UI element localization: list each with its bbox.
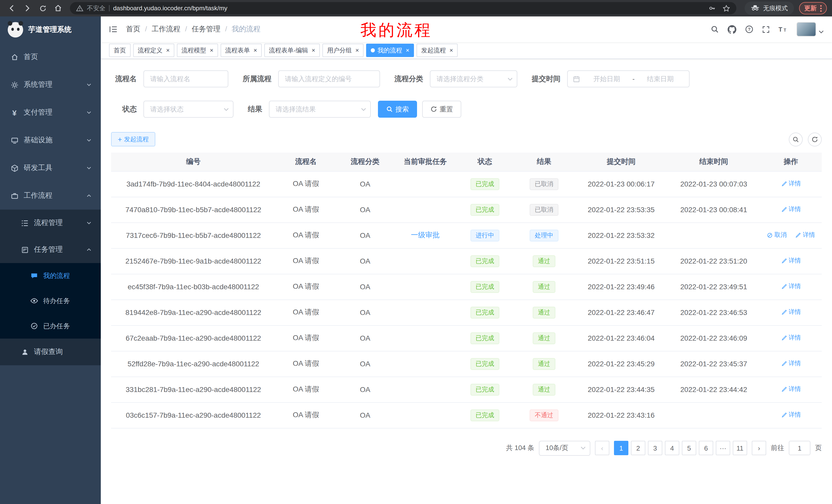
detail-action[interactable]: 详情 [795, 231, 815, 240]
page-button[interactable]: 2 [631, 441, 645, 455]
create-process-button[interactable]: + 发起流程 [111, 132, 155, 146]
breadcrumb-workflow[interactable]: 工作流程 [152, 25, 192, 34]
tab-label: 我的流程 [378, 46, 402, 55]
category-select[interactable] [430, 71, 517, 87]
status-select[interactable] [144, 101, 233, 118]
refresh-button[interactable] [808, 132, 822, 146]
view-tab[interactable]: 流程表单 × [220, 44, 262, 57]
detail-action[interactable]: 详情 [781, 257, 801, 265]
process-name-input[interactable] [144, 71, 228, 87]
fullscreen-icon[interactable] [762, 25, 770, 33]
sidebar-item-process-mgmt[interactable]: 流程管理 [0, 209, 101, 236]
result-select[interactable] [269, 101, 371, 118]
detail-action[interactable]: 详情 [781, 179, 801, 188]
browser-back-icon[interactable] [5, 2, 19, 15]
close-tab-icon[interactable]: × [312, 47, 315, 53]
close-tab-icon[interactable]: × [355, 47, 359, 53]
close-tab-icon[interactable]: × [254, 47, 257, 53]
browser-menu-icon[interactable] [820, 5, 822, 11]
reset-button[interactable]: 重置 [422, 101, 461, 118]
view-tab[interactable]: 发起流程 × [417, 44, 458, 57]
close-tab-icon[interactable]: × [449, 47, 453, 53]
page-button[interactable]: 6 [699, 441, 713, 455]
star-icon[interactable] [723, 4, 730, 12]
range-separator: - [632, 75, 635, 83]
detail-action[interactable]: 详情 [781, 282, 801, 291]
cell-status: 已完成 [457, 402, 513, 428]
url-text[interactable]: dashboard.yudao.iocoder.cn/bpm/task/my [113, 5, 227, 12]
prev-page-button[interactable]: ‹ [595, 441, 609, 455]
key-icon[interactable] [709, 5, 716, 12]
cell-end-time: 2022-01-23 00:07:03 [668, 171, 760, 197]
view-tab[interactable]: 用户分组 × [322, 44, 364, 57]
page-button[interactable]: 11 [733, 441, 747, 455]
avatar[interactable] [797, 22, 816, 36]
sidebar-item-leave-query[interactable]: 请假查询 [0, 339, 101, 365]
user-menu[interactable] [797, 22, 824, 36]
start-date-placeholder[interactable]: 开始日期 [583, 74, 630, 83]
view-tab[interactable]: 流程表单-编辑 × [264, 44, 320, 57]
search-icon[interactable] [711, 25, 719, 33]
sidebar-item-done-tasks[interactable]: 已办任务 [0, 313, 101, 339]
next-page-button[interactable]: › [752, 441, 766, 455]
help-icon[interactable]: ? [745, 25, 753, 33]
cell-status: 已完成 [457, 248, 513, 274]
view-tab[interactable]: 我的流程 × [366, 44, 414, 57]
sidebar-item-system[interactable]: 系统管理 [0, 71, 101, 99]
detail-action[interactable]: 详情 [781, 205, 801, 214]
process-id-input[interactable] [278, 71, 380, 87]
current-task-link[interactable]: 一级审批 [411, 231, 440, 239]
browser-address-bar[interactable]: 不安全 dashboard.yudao.iocoder.cn/bpm/task/… [70, 2, 736, 15]
page-button[interactable]: 4 [665, 441, 679, 455]
view-tab[interactable]: 首页 × [109, 44, 131, 57]
cell-result: 已取消 [513, 171, 575, 197]
browser-forward-icon[interactable] [21, 2, 34, 15]
cell-category: OA [336, 376, 394, 402]
detail-action[interactable]: 详情 [781, 411, 801, 419]
page-button[interactable]: ··· [716, 441, 730, 455]
update-button[interactable]: 更新 [799, 2, 827, 15]
breadcrumb-home[interactable]: 首页 [126, 25, 152, 34]
security-label[interactable]: 不安全 [87, 4, 105, 12]
detail-action[interactable]: 详情 [781, 308, 801, 317]
view-tab[interactable]: 流程模型 × [177, 44, 218, 57]
view-tab[interactable]: 流程定义 × [133, 44, 174, 57]
page-button[interactable]: 3 [648, 441, 662, 455]
browser-home-icon[interactable] [51, 2, 65, 15]
sidebar-item-home[interactable]: 首页 [0, 43, 101, 71]
sidebar-item-workflow[interactable]: 工作流程 [0, 182, 101, 209]
cell-end-time: 2022-01-23 00:08:41 [668, 197, 760, 222]
sidebar-item-todo-tasks[interactable]: 待办任务 [0, 288, 101, 313]
page-button[interactable]: 5 [682, 441, 696, 455]
detail-action[interactable]: 详情 [781, 385, 801, 394]
result-select-input[interactable] [269, 101, 371, 118]
page-button[interactable]: 1 [614, 441, 628, 455]
detail-action[interactable]: 详情 [781, 334, 801, 342]
sidebar-item-payment[interactable]: ¥ 支付管理 [0, 99, 101, 127]
tab-label: 流程表单 [225, 46, 250, 55]
sidebar-item-devtools[interactable]: 研发工具 [0, 154, 101, 182]
sidebar-toggle-icon[interactable] [109, 25, 118, 33]
close-tab-icon[interactable]: × [210, 47, 213, 53]
date-range-picker[interactable]: 开始日期 - 结束日期 [567, 71, 690, 87]
sidebar-item-task-mgmt[interactable]: 任务管理 [0, 236, 101, 263]
breadcrumb-task-mgmt[interactable]: 任务管理 [192, 25, 232, 34]
close-tab-icon[interactable]: × [166, 47, 170, 53]
goto-page-input[interactable] [789, 441, 810, 455]
close-tab-icon[interactable]: × [406, 47, 409, 53]
github-icon[interactable] [728, 25, 736, 34]
category-select-input[interactable] [430, 71, 517, 87]
status-select-input[interactable] [144, 101, 233, 118]
detail-action[interactable]: 详情 [781, 359, 801, 368]
search-button[interactable]: 搜索 [378, 101, 417, 118]
end-date-placeholder[interactable]: 结束日期 [636, 74, 684, 83]
page-size-select[interactable] [539, 441, 590, 455]
page-size-input[interactable] [539, 441, 590, 455]
toggle-search-button[interactable] [789, 132, 803, 146]
sidebar-item-infrastructure[interactable]: 基础设施 [0, 127, 101, 154]
cancel-action[interactable]: 取消 [767, 231, 787, 240]
sidebar-item-my-process[interactable]: 我的流程 [0, 263, 101, 288]
browser-reload-icon[interactable] [36, 2, 49, 15]
font-size-icon[interactable]: TT [779, 25, 788, 33]
status-badge: 已完成 [470, 178, 499, 190]
